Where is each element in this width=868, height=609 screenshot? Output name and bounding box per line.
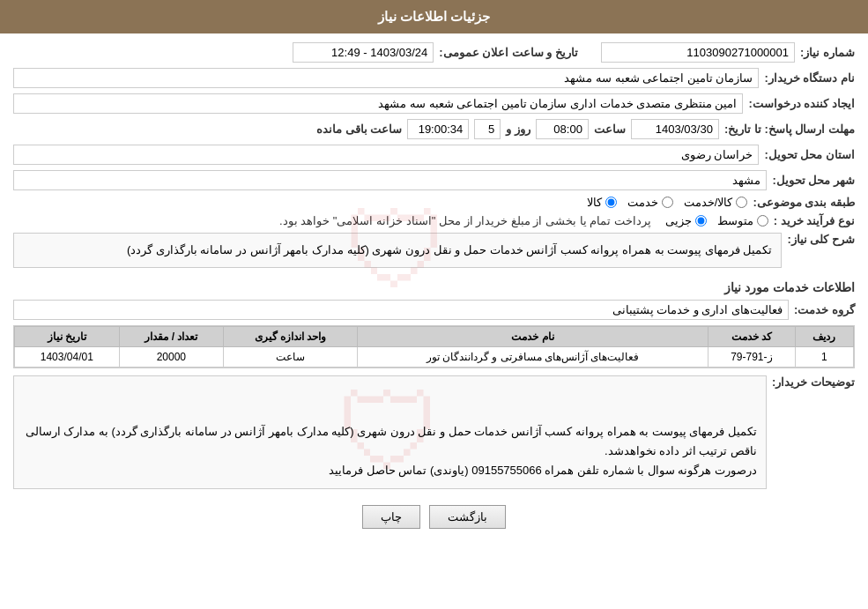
mohlatErsal-roz-label: روز و <box>506 123 530 136</box>
tavazihat-label: توضیحات خریدار: <box>772 375 855 389</box>
mohlatErsal-saat-label: ساعت <box>594 123 626 136</box>
tabaqe-khedmat-label: خدمت <box>627 196 658 209</box>
noeFarayand-jozyi-label: جزیی <box>665 214 692 227</box>
col-nam: نام خدمت <box>357 327 708 347</box>
shomareNiaz-row: شماره نیاز: 1103090271000001 تاریخ و ساع… <box>13 42 855 63</box>
tabaqe-label: طبقه بندی موضوعی: <box>753 196 855 209</box>
tabaqe-row: طبقه بندی موضوعی: کالا/خدمت خدمت کالا <box>13 196 855 209</box>
col-tedad: تعداد / مقدار <box>119 327 223 347</box>
table-cell: 20000 <box>119 347 223 368</box>
namDastgah-row: نام دستگاه خریدار: سازمان تامین اجتماعی … <box>13 68 855 88</box>
tarikh-value: 1403/03/24 - 12:49 <box>293 42 434 63</box>
groheKhedmat-row: گروه خدمت: فعالیت‌های اداری و خدمات پشتی… <box>13 300 855 320</box>
back-button[interactable]: بازگشت <box>429 505 506 529</box>
mohlatErsal-date: 1403/03/30 <box>631 119 719 139</box>
table-cell: ساعت <box>224 347 358 368</box>
noeFarayand-desc: پرداخت تمام یا بخشی از مبلغ خریدار از مح… <box>279 214 651 227</box>
table-header-row: ردیف کد خدمت نام خدمت واحد اندازه گیری ت… <box>15 327 854 347</box>
mohlatErsal-label: مهلت ارسال پاسخ: تا تاریخ: <box>724 123 855 136</box>
tavazihat-box: 🛡 تکمیل فرمهای پیوست به همراه پروانه کسب… <box>13 375 767 488</box>
tarikh-label: تاریخ و ساعت اعلان عمومی: <box>439 46 578 59</box>
tabaqe-radio-group: کالا/خدمت خدمت کالا <box>587 196 748 209</box>
mohlatErsal-saat: 08:00 <box>536 119 589 139</box>
noeFarayand-jozyi-radio[interactable] <box>695 215 707 227</box>
services-table: ردیف کد خدمت نام خدمت واحد اندازه گیری ت… <box>14 326 854 368</box>
table-row: 1ز-791-79فعالیت‌های آژانس‌های مسافرتی و … <box>15 347 854 368</box>
print-button[interactable]: چاپ <box>362 505 420 529</box>
mohlatErsal-mande: 19:00:34 <box>407 119 469 139</box>
noeFarayand-motavaset-label: متوسط <box>717 214 753 227</box>
ostan-row: استان محل تحویل: خراسان رضوی <box>13 145 855 165</box>
tabaqe-kala-khedmat-radio[interactable] <box>736 197 747 208</box>
ijadKonande-row: ایجاد کننده درخواست: امین منتظری متصدی خ… <box>13 93 855 114</box>
mohlatErsal-row: مهلت ارسال پاسخ: تا تاریخ: 1403/03/30 سا… <box>13 119 855 139</box>
tabaqe-kala-khedmat-item: کالا/خدمت <box>684 196 748 209</box>
main-content: شماره نیاز: 1103090271000001 تاریخ و ساع… <box>0 33 868 546</box>
mohlatErsal-mande-label: ساعت باقی مانده <box>316 123 402 136</box>
tabaqe-kala-label: کالا <box>587 196 602 209</box>
page-wrapper: جزئیات اطلاعات نیاز شماره نیاز: 11030902… <box>0 0 868 609</box>
tabaqe-khedmat-item: خدمت <box>627 196 673 209</box>
button-row: بازگشت چاپ <box>13 505 855 538</box>
ijadKonande-label: ایجاد کننده درخواست: <box>748 97 855 110</box>
col-kod: کد خدمت <box>708 327 795 347</box>
ostan-value: خراسان رضوی <box>13 145 759 165</box>
sharhNiaz-box: 🛡 تکمیل فرمهای پیوست به همراه پروانه کسب… <box>13 233 782 268</box>
noeFarayand-label: نوع فرآیند خرید : <box>774 214 855 227</box>
page-header: جزئیات اطلاعات نیاز <box>0 0 868 33</box>
noeFarayand-radio-group: متوسط جزیی <box>665 214 768 227</box>
ostan-label: استان محل تحویل: <box>764 148 855 161</box>
sharhNiaz-label: شرح کلی نیاز: <box>787 233 855 246</box>
noeFarayand-jozyi-item: جزیی <box>665 214 707 227</box>
page-title: جزئیات اطلاعات نیاز <box>378 9 490 24</box>
groheKhedmat-value: فعالیت‌های اداری و خدمات پشتیبانی <box>13 300 789 320</box>
tabaqe-kala-radio[interactable] <box>605 197 617 208</box>
col-radif: ردیف <box>795 327 853 347</box>
table-cell: 1403/04/01 <box>15 347 120 368</box>
noeFarayand-motavaset-item: متوسط <box>717 214 768 227</box>
groheKhedmat-label: گروه خدمت: <box>794 303 855 316</box>
shahr-row: شهر محل تحویل: مشهد <box>13 170 855 190</box>
namDastgah-value: سازمان تامین اجتماعی شعبه سه مشهد <box>13 68 759 88</box>
noeFarayand-motavaset-radio[interactable] <box>757 215 768 227</box>
shahr-label: شهر محل تحویل: <box>772 174 855 187</box>
col-tarikh: تاریخ نیاز <box>15 327 120 347</box>
info-section-title: اطلاعات خدمات مورد نیاز <box>13 280 855 294</box>
tabaqe-kala-khedmat-label: کالا/خدمت <box>684 196 733 209</box>
col-vahed: واحد اندازه گیری <box>224 327 358 347</box>
tavazihat-value: تکمیل فرمهای پیوست به همراه پروانه کسب آ… <box>26 425 757 477</box>
shahr-value: مشهد <box>13 170 767 190</box>
tabaqe-khedmat-radio[interactable] <box>662 197 673 208</box>
tabaqe-kala-item: کالا <box>587 196 617 209</box>
table-cell: 1 <box>795 347 853 368</box>
noeFarayand-row: نوع فرآیند خرید : متوسط جزیی پرداخت تمام… <box>13 214 855 227</box>
table-cell: ز-791-79 <box>708 347 795 368</box>
services-table-wrap: ردیف کد خدمت نام خدمت واحد اندازه گیری ت… <box>13 325 855 368</box>
sharhNiaz-value: تکمیل فرمهای پیوست به همراه پروانه کسب آ… <box>127 243 773 256</box>
sharhNiaz-row: شرح کلی نیاز: 🛡 تکمیل فرمهای پیوست به هم… <box>13 233 855 275</box>
shomareNiaz-value: 1103090271000001 <box>601 42 795 63</box>
namDastgah-label: نام دستگاه خریدار: <box>764 71 855 85</box>
shomareNiaz-label: شماره نیاز: <box>800 46 855 59</box>
tavazihat-row: توضیحات خریدار: 🛡 تکمیل فرمهای پیوست به … <box>13 375 855 495</box>
table-cell: فعالیت‌های آژانس‌های مسافرتی و گردانندگا… <box>357 347 708 368</box>
mohlatErsal-roz: 5 <box>474 119 501 139</box>
ijadKonande-value: امین منتظری متصدی خدمات اداری سازمان تام… <box>13 93 743 114</box>
